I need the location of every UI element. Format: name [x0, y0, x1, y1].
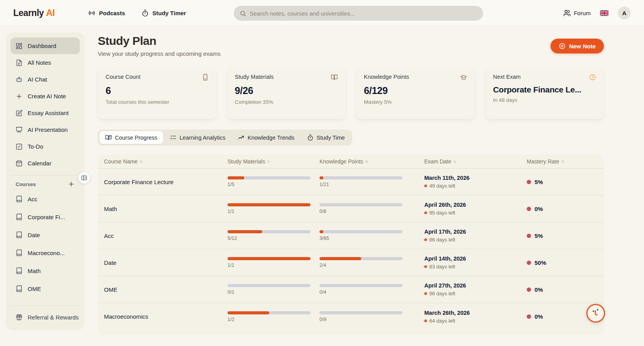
- mastery-cell: 0%: [527, 286, 604, 293]
- gift-icon: [16, 314, 23, 321]
- column-header-course-name[interactable]: Course Name↑↓: [104, 158, 228, 165]
- sidebar-item-essay-assistant[interactable]: Essay Assistant: [11, 105, 80, 121]
- stat-label: Study Materials: [235, 74, 274, 80]
- sidebar-footer: Referral & Rewards: [11, 305, 80, 325]
- materials-progress: 1/1: [228, 257, 319, 268]
- table-row-corporate-finance-lecture[interactable]: Corporate Finance Lecture1/51/21March 11…: [98, 169, 604, 195]
- sidebar-item-to-do[interactable]: To-Do: [11, 138, 80, 155]
- stat-sub: Completion 35%: [235, 99, 338, 105]
- sidebar-item-calendar[interactable]: Calendar: [11, 155, 80, 172]
- search-icon: [240, 10, 246, 17]
- sidebar-item-ai-presentation[interactable]: AI Presentation: [11, 121, 80, 138]
- stat-sub: In 48 days: [493, 97, 596, 103]
- open-book-icon: [331, 74, 338, 81]
- sidebar-course-math[interactable]: Math: [11, 262, 80, 280]
- checklist-icon: [170, 134, 176, 141]
- knowledge-fraction: 1/21: [319, 182, 424, 187]
- table-row-date[interactable]: Date1/12/4April 14th, 202683 days left50…: [98, 249, 604, 276]
- progress-bar: [319, 311, 402, 314]
- search-input[interactable]: [250, 10, 477, 17]
- tab-learning-analytics[interactable]: Learning Analytics: [164, 131, 231, 144]
- book-icon: [16, 249, 23, 256]
- table-row-math[interactable]: Math1/10/8April 26th, 202695 days left0%: [98, 195, 604, 222]
- days-left: 86 days left: [424, 237, 527, 243]
- sidebar-item-ai-chat[interactable]: AI Chat: [11, 71, 80, 88]
- timer-icon: [307, 134, 314, 141]
- broadcast-icon: [88, 9, 95, 17]
- exam-date: April 17th, 2026: [424, 229, 527, 235]
- mastery-dot-icon: [527, 287, 531, 292]
- book-icon: [16, 285, 23, 292]
- topnav-podcasts[interactable]: Podcasts: [88, 9, 125, 17]
- course-progress-table: Course Name↑↓Study Materials↑↓Knowledge …: [98, 154, 604, 335]
- forum-link[interactable]: Forum: [563, 9, 591, 17]
- tab-knowledge-trends[interactable]: Knowledge Trends: [232, 131, 300, 144]
- topbar-right: Forum A: [563, 7, 631, 20]
- sidebar-collapse-button[interactable]: [78, 172, 90, 184]
- page-subtitle: View your study progress and upcoming ex…: [98, 50, 221, 57]
- presentation-icon: [16, 126, 23, 133]
- table-row-macroeconomics[interactable]: Macroeconomics1/20/9March 26th, 202664 d…: [98, 303, 604, 330]
- topnav-study-timer[interactable]: Study Timer: [141, 9, 186, 17]
- materials-fraction: 0/1: [228, 289, 319, 295]
- sidebar-item-referral-rewards[interactable]: Referral & Rewards: [11, 309, 80, 325]
- sidebar-course-date[interactable]: Date: [11, 226, 80, 244]
- sidebar-course-acc[interactable]: Acc: [11, 190, 80, 208]
- book-icon: [16, 213, 23, 220]
- course-name: Macroeconomics: [104, 313, 228, 320]
- stat-card-knowledge-points: Knowledge Points6/129Mastery 5%: [356, 67, 475, 119]
- avatar[interactable]: A: [618, 7, 631, 20]
- stat-label: Knowledge Points: [364, 74, 409, 80]
- forum-label: Forum: [574, 10, 591, 16]
- tab-study-time[interactable]: Study Time: [301, 131, 351, 144]
- stat-value: 6: [106, 85, 209, 96]
- sidebar-course-macroecono[interactable]: Macroecono...: [11, 244, 80, 262]
- column-header-knowledge-points[interactable]: Knowledge Points↑↓: [319, 158, 424, 165]
- sidebar-item-dashboard[interactable]: Dashboard: [11, 37, 80, 54]
- knowledge-fraction: 0/4: [319, 289, 424, 295]
- days-left: 64 days left: [424, 318, 527, 324]
- column-header-mastery-rate[interactable]: Mastery Rate↑↓: [527, 158, 604, 165]
- days-dot-icon: [424, 292, 427, 295]
- courses-section: Courses AccCorporate Fi...DateMacroecono…: [11, 175, 80, 298]
- sidebar-course-corporate-fi[interactable]: Corporate Fi...: [11, 208, 80, 226]
- stat-cards: Course Count6Total courses this semester…: [98, 67, 604, 119]
- course-name: Corporate Finance Lecture: [104, 179, 228, 185]
- exam-date-cell: March 11th, 202649 days left: [424, 175, 527, 189]
- uk-flag-icon[interactable]: [600, 10, 609, 16]
- mastery-dot-icon: [527, 207, 531, 211]
- stat-value: 6/129: [364, 85, 467, 96]
- add-course-button[interactable]: [68, 181, 75, 188]
- file-text-icon: [16, 59, 23, 66]
- table-row-acc[interactable]: Acc5/123/65April 17th, 202686 days left5…: [98, 222, 604, 249]
- stat-label: Next Exam: [493, 74, 521, 80]
- progress-bar: [319, 257, 402, 260]
- materials-progress: 5/12: [228, 230, 319, 241]
- table-row-ome[interactable]: OME0/10/4April 27th, 202696 days left0%: [98, 276, 604, 303]
- knowledge-progress: 0/8: [319, 203, 424, 214]
- materials-fraction: 5/12: [228, 236, 319, 241]
- edit-icon: [16, 110, 23, 117]
- new-note-button[interactable]: New Note: [550, 39, 604, 53]
- referral-label: Referral & Rewards: [28, 314, 79, 321]
- course-name: Acc: [104, 232, 228, 239]
- column-header-exam-date[interactable]: Exam Date↑↓: [424, 158, 527, 165]
- days-dot-icon: [424, 238, 427, 241]
- logo-text: Learnly: [13, 8, 44, 18]
- sort-icon: ↑↓: [139, 159, 142, 163]
- column-header-study-materials[interactable]: Study Materials↑↓: [228, 158, 319, 165]
- search-bar[interactable]: [234, 6, 483, 21]
- sidebar-course-ome[interactable]: OME: [11, 280, 80, 298]
- plus-icon: [16, 93, 23, 100]
- mastery-dot-icon: [527, 180, 531, 184]
- mastery-cell: 0%: [527, 206, 604, 212]
- stat-card-next-exam: Next ExamCorporate Finance Le...In 48 da…: [485, 67, 604, 119]
- materials-progress: 1/5: [228, 176, 319, 187]
- materials-fraction: 1/1: [228, 263, 319, 268]
- tab-course-progress[interactable]: Course Progress: [99, 131, 163, 144]
- sidebar-item-create-ai-note[interactable]: Create AI Note: [11, 88, 80, 105]
- assistant-button[interactable]: [586, 304, 605, 323]
- progress-bar: [228, 203, 311, 206]
- sidebar-item-all-notes[interactable]: All Notes: [11, 54, 80, 71]
- app-logo[interactable]: LearnlyAI: [13, 8, 55, 18]
